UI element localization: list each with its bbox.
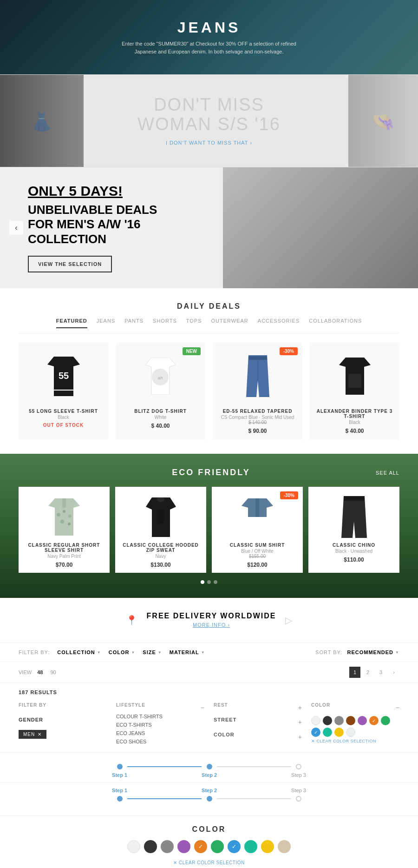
eco-product-price-old-3: $155.00 <box>216 554 298 559</box>
lifestyle-item-2[interactable]: ECO T-SHIRTS <box>116 721 204 729</box>
eco-dot-1[interactable] <box>201 580 204 584</box>
bottom-swatch-purple[interactable] <box>177 840 190 853</box>
swatch-teal[interactable] <box>323 728 332 737</box>
bottom-swatch-black[interactable] <box>144 840 157 853</box>
prev-button[interactable]: ‹ <box>9 221 23 235</box>
lifestyle-item-1[interactable]: COLOUR T-SHIRTS <box>116 712 204 721</box>
lifestyle-item-3[interactable]: ECO JEANS <box>116 729 204 737</box>
tab-collaborations[interactable]: COLLABORATIONS <box>309 318 362 328</box>
eco-dot-2[interactable] <box>207 580 211 584</box>
material-filter[interactable]: MATERIAL ▼ <box>170 649 205 655</box>
view-48[interactable]: 48 <box>35 669 45 676</box>
swatch-purple[interactable] <box>358 716 367 725</box>
swatch-brown[interactable] <box>346 716 355 725</box>
s2-step3-dot <box>296 796 301 802</box>
eco-image-2 <box>120 491 202 543</box>
tab-jeans[interactable]: JEANS <box>97 318 115 328</box>
swatch-green[interactable] <box>381 716 390 725</box>
eco-card-4[interactable]: CLASSIC CHINO Black · Unwashed $110.00 <box>308 487 399 573</box>
swatch-black[interactable] <box>323 716 332 725</box>
swatch-blue[interactable] <box>311 728 320 737</box>
see-all-button[interactable]: SEE ALL <box>376 470 399 476</box>
lifestyle-item-4[interactable]: ECO SHOES <box>116 737 204 746</box>
product-card-3[interactable]: -30% ED-55 RELAXED TAPERED CS Compact Bl… <box>213 343 302 440</box>
eco-product-variant-3: Blue / Off White <box>216 549 298 554</box>
swatch-yellow[interactable] <box>334 728 344 737</box>
bottom-clear-icon[interactable]: ✕ CLEAR COLOR SELECTION <box>173 860 244 865</box>
view-selection-button[interactable]: VIEW THE SELECTION <box>28 256 112 272</box>
sort-select[interactable]: RECOMMENDED ▼ <box>347 649 399 655</box>
eco-card-1[interactable]: CLASSIC REGULAR SHORT SLEEVE SHIRT Navy … <box>19 487 110 573</box>
page-1[interactable]: 1 <box>349 667 360 678</box>
mens-deal-content: ONLY 5 DAYS! UNBELIVABLE DEALS FOR MEN'S… <box>0 167 186 288</box>
bottom-swatch-orange[interactable]: ✓ <box>194 840 207 853</box>
tab-shorts[interactable]: SHORTS <box>153 318 177 328</box>
s2-step3-label: Step 3 <box>291 788 306 793</box>
svg-rect-17 <box>62 498 66 508</box>
step2-group: Step 2 <box>202 764 217 778</box>
daily-deals-section: DAILY DEALS FEATURED JEANS PANTS SHORTS … <box>0 288 418 454</box>
product-card-4[interactable]: ALEXANDER BINDER TYPE 3 T-SHIRT Black $ … <box>310 343 399 440</box>
gender-remove-icon[interactable]: ✕ <box>38 732 42 737</box>
eco-card-3[interactable]: -30% CLASSIC SUM SHIRT Blue / Off White … <box>212 487 303 573</box>
view-90[interactable]: 90 <box>48 669 58 676</box>
street-label: STREET <box>214 717 236 722</box>
tab-pants[interactable]: PANTS <box>124 318 144 328</box>
tab-featured[interactable]: FEATURED <box>56 318 87 328</box>
color-sub-header: COLOR + <box>214 732 302 742</box>
tab-outerwear[interactable]: OUTERWEAR <box>211 318 248 328</box>
woman-figure-left: 👗 <box>0 75 84 167</box>
steps-section-1: Step 1 Step 2 Step 3 <box>0 752 418 782</box>
swatch-white[interactable] <box>311 716 320 725</box>
rest-expand-icon[interactable]: + <box>298 704 302 711</box>
bottom-clear-color[interactable]: ✕ CLEAR COLOR SELECTION <box>19 858 399 866</box>
size-filter[interactable]: SIZE ▼ <box>143 649 162 655</box>
bottom-swatch-blue[interactable]: ✓ <box>228 840 241 853</box>
delivery-section: 📍 FREE DELIVERY WORLDWIDE MORE INFO › ▷ <box>0 598 418 643</box>
gender-label: GENDER <box>19 717 107 722</box>
bottom-swatch-green[interactable] <box>211 840 224 853</box>
swatch-light[interactable] <box>346 728 355 737</box>
bottom-swatch-teal[interactable] <box>244 840 257 853</box>
filter-panel: FILTER BY GENDER MEN ✕ LIFESTYLE − COLOU… <box>19 702 399 746</box>
gender-tag[interactable]: MEN ✕ <box>19 730 46 739</box>
color-collapse-icon[interactable]: − <box>396 704 399 711</box>
svg-marker-24 <box>341 496 367 538</box>
collection-filter[interactable]: COLLECTION ▼ <box>57 649 101 655</box>
product-card-1[interactable]: 55 55 LONG SLEEVE T-SHIRT Black OUT OF S… <box>19 343 108 440</box>
step3-group: Step 3 <box>291 764 306 778</box>
lifestyle-collapse-icon[interactable]: − <box>201 704 204 711</box>
page-3[interactable]: 3 <box>375 667 386 678</box>
color-sub-expand-icon[interactable]: + <box>298 733 302 741</box>
hoodie-icon <box>146 497 176 537</box>
clear-color-button[interactable]: ✕ CLEAR COLOR SELECTION <box>311 739 399 743</box>
color-label: COLOR <box>311 702 330 708</box>
page-next[interactable]: › <box>388 667 399 678</box>
color-filter[interactable]: COLOR ▼ <box>109 649 136 655</box>
bottom-swatch-gray[interactable] <box>161 840 174 853</box>
bottom-swatch-yellow[interactable] <box>261 840 274 853</box>
gender-value: MEN <box>23 732 35 737</box>
svg-point-13 <box>63 510 65 513</box>
street-expand-icon[interactable]: + <box>298 718 302 726</box>
lifestyle-items: COLOUR T-SHIRTS ECO T-SHIRTS ECO JEANS E… <box>116 712 204 746</box>
s2-step2-group: Step 2 <box>202 788 217 802</box>
bottom-swatch-tan[interactable] <box>278 840 291 853</box>
eco-dot-3[interactable] <box>214 580 217 584</box>
page-2[interactable]: 2 <box>362 667 373 678</box>
tab-accessories[interactable]: ACCESSORIES <box>258 318 300 328</box>
eco-card-2[interactable]: CLASSIC COLLEGE HOODED ZIP SWEAT Navy $1… <box>115 487 206 573</box>
product-card-2[interactable]: NEW art BLITZ DOG T-SHIRT White $ 40.00 <box>116 343 205 440</box>
swatch-orange[interactable] <box>369 716 379 725</box>
eco-header: ECO FRIENDLY SEE ALL <box>19 468 399 477</box>
badge-new-2: NEW <box>183 347 201 355</box>
delivery-cta[interactable]: MORE INFO › <box>193 622 230 628</box>
swatch-gray[interactable] <box>334 716 344 725</box>
delivery-title: FREE DELIVERY WORLDWIDE <box>147 612 276 620</box>
woman-banner-cta[interactable]: I DON'T WANT TO MISS THAT › <box>166 140 252 146</box>
location-icon: 📍 <box>126 615 137 626</box>
bottom-swatch-white[interactable] <box>127 840 140 853</box>
jeans-icon <box>246 355 269 397</box>
product-name-4: ALEXANDER BINDER TYPE 3 T-SHIRT <box>315 409 394 419</box>
tab-tops[interactable]: TOPS <box>186 318 202 328</box>
